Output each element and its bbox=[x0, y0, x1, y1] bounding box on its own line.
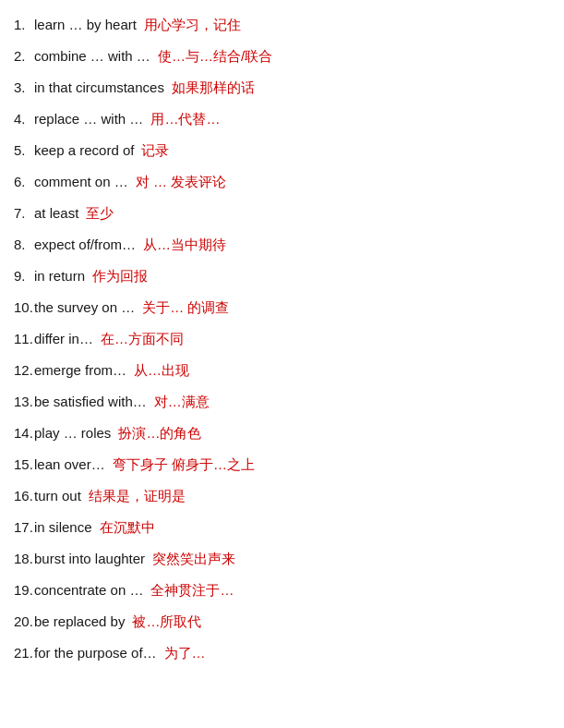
phrase-number: 14. bbox=[14, 422, 34, 444]
phrase-number: 19. bbox=[14, 579, 34, 601]
list-item: 15. lean over…弯下身子 俯身于…之上 bbox=[14, 449, 550, 480]
phrase-english: be satisfied with… bbox=[34, 391, 147, 413]
phrase-chinese: 扮演…的角色 bbox=[118, 422, 201, 444]
phrase-number: 20. bbox=[14, 611, 34, 633]
list-item: 8. expect of/from…从…当中期待 bbox=[14, 229, 550, 261]
list-item: 16. turn out结果是，证明是 bbox=[14, 480, 550, 512]
phrase-english: emerge from… bbox=[34, 359, 126, 382]
list-item: 19. concentrate on …全神贯注于… bbox=[14, 575, 550, 606]
phrase-english: replace … with … bbox=[34, 108, 143, 130]
phrase-english: keep a record of bbox=[34, 140, 134, 162]
phrase-number: 2. bbox=[14, 45, 34, 67]
phrase-english: turn out bbox=[34, 485, 81, 507]
phrase-number: 7. bbox=[14, 202, 34, 224]
phrase-number: 12. bbox=[14, 359, 34, 382]
list-item: 11. differ in…在…方面不同 bbox=[14, 323, 550, 355]
phrase-english: expect of/from… bbox=[34, 234, 136, 256]
phrase-number: 6. bbox=[14, 171, 34, 193]
list-item: 17. in silence在沉默中 bbox=[14, 512, 550, 543]
phrase-number: 13. bbox=[14, 391, 34, 413]
phrase-chinese: 记录 bbox=[141, 140, 169, 162]
list-item: 18. burst into laughter突然笑出声来 bbox=[14, 543, 550, 575]
phrase-chinese: 对 … 发表评论 bbox=[136, 171, 226, 193]
phrase-number: 16. bbox=[14, 485, 34, 507]
phrase-english: be replaced by bbox=[34, 611, 125, 633]
phrase-number: 17. bbox=[14, 516, 34, 539]
phrase-english: at least bbox=[34, 202, 78, 224]
list-item: 20. be replaced by被…所取代 bbox=[14, 606, 550, 637]
phrase-chinese: 关于… 的调查 bbox=[142, 297, 229, 319]
phrase-chinese: 至少 bbox=[86, 202, 114, 224]
phrase-number: 1. bbox=[14, 14, 34, 36]
phrase-number: 3. bbox=[14, 77, 34, 99]
list-item: 6. comment on …对 … 发表评论 bbox=[14, 166, 550, 198]
phrase-number: 21. bbox=[14, 642, 34, 664]
phrase-number: 15. bbox=[14, 454, 34, 476]
phrase-chinese: 全神贯注于… bbox=[150, 579, 234, 601]
phrase-number: 10. bbox=[14, 297, 34, 319]
phrase-english: in return bbox=[34, 265, 85, 287]
phrase-chinese: 在…方面不同 bbox=[101, 328, 184, 350]
phrase-english: burst into laughter bbox=[34, 548, 145, 570]
phrase-english: for the purpose of… bbox=[34, 642, 157, 664]
list-item: 10. the survey on …关于… 的调查 bbox=[14, 292, 550, 323]
phrase-chinese: 如果那样的话 bbox=[172, 77, 255, 99]
phrase-number: 18. bbox=[14, 548, 34, 570]
phrase-chinese: 弯下身子 俯身于…之上 bbox=[113, 454, 255, 476]
phrase-number: 8. bbox=[14, 234, 34, 256]
phrase-chinese: 为了… bbox=[164, 642, 206, 664]
phrase-chinese: 突然笑出声来 bbox=[152, 548, 235, 570]
list-item: 4. replace … with …用…代替… bbox=[14, 103, 550, 135]
list-item: 12. emerge from…从…出现 bbox=[14, 355, 550, 386]
phrase-chinese: 从…出现 bbox=[134, 359, 189, 382]
phrase-number: 5. bbox=[14, 140, 34, 162]
phrase-list: 1. learn … by heart用心学习，记住2. combine … w… bbox=[14, 9, 550, 669]
phrase-chinese: 从…当中期待 bbox=[143, 234, 226, 256]
phrase-number: 4. bbox=[14, 108, 34, 130]
phrase-english: differ in… bbox=[34, 328, 93, 350]
phrase-english: concentrate on … bbox=[34, 579, 143, 601]
phrase-chinese: 在沉默中 bbox=[100, 516, 155, 539]
phrase-english: learn … by heart bbox=[34, 14, 137, 36]
list-item: 7. at least至少 bbox=[14, 198, 550, 229]
phrase-english: in that circumstances bbox=[34, 77, 164, 99]
phrase-chinese: 被…所取代 bbox=[132, 611, 201, 633]
phrase-english: in silence bbox=[34, 516, 92, 539]
list-item: 13. be satisfied with…对…满意 bbox=[14, 386, 550, 418]
phrase-english: play … roles bbox=[34, 422, 111, 444]
phrase-english: the survey on … bbox=[34, 297, 135, 319]
list-item: 2. combine … with …使…与…结合/联合 bbox=[14, 41, 550, 72]
list-item: 9. in return作为回报 bbox=[14, 261, 550, 292]
phrase-chinese: 用心学习，记住 bbox=[144, 14, 241, 36]
phrase-chinese: 作为回报 bbox=[92, 265, 148, 287]
phrase-number: 11. bbox=[14, 328, 34, 350]
phrase-english: comment on … bbox=[34, 171, 128, 193]
phrase-english: lean over… bbox=[34, 454, 105, 476]
list-item: 14. play … roles扮演…的角色 bbox=[14, 418, 550, 449]
phrase-chinese: 对…满意 bbox=[154, 391, 210, 413]
phrase-english: combine … with … bbox=[34, 45, 150, 67]
list-item: 3. in that circumstances如果那样的话 bbox=[14, 72, 550, 103]
list-item: 5. keep a record of记录 bbox=[14, 135, 550, 166]
list-item: 21. for the purpose of…为了… bbox=[14, 637, 550, 669]
phrase-chinese: 结果是，证明是 bbox=[89, 485, 186, 507]
phrase-number: 9. bbox=[14, 265, 34, 287]
phrase-chinese: 用…代替… bbox=[150, 108, 220, 130]
phrase-chinese: 使…与…结合/联合 bbox=[158, 45, 272, 67]
list-item: 1. learn … by heart用心学习，记住 bbox=[14, 9, 550, 41]
